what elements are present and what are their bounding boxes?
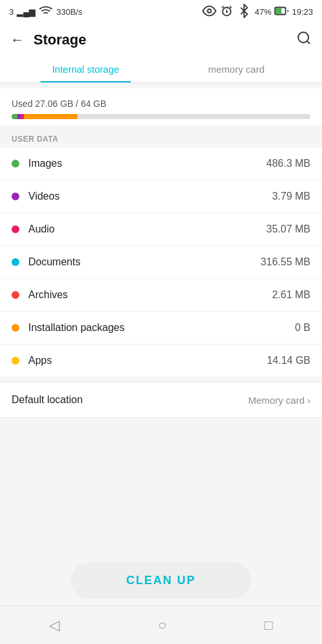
bar-apps [24,114,78,119]
search-button[interactable] [296,30,312,50]
installation-dot [12,324,19,332]
default-location-value: Memory card › [248,395,310,406]
archives-size: 2.61 MB [272,289,310,301]
audio-size: 35.07 MB [267,223,310,235]
installation-label: Installation packages [28,322,295,334]
svg-point-0 [208,9,212,13]
documents-dot [12,258,19,266]
apps-label: Apps [28,355,267,366]
archives-label: Archives [28,289,272,301]
nav-home-button[interactable]: ○ [158,617,166,634]
storage-used-text: Used 27.06 GB / 64 GB [12,99,310,109]
status-bar: 3 ▂▄▆ 330B/s 47% [0,0,322,24]
bluetooth-icon [237,4,251,20]
list-item-videos[interactable]: Videos 3.79 MB [0,180,322,213]
audio-dot [12,225,19,233]
signal-strength: 3 [9,7,14,17]
nav-recent-button[interactable]: □ [265,617,273,634]
page-title: Storage [33,32,86,48]
bar-images [12,114,17,119]
videos-dot [12,193,19,200]
images-dot [12,160,19,167]
header-left: ← Storage [10,32,86,48]
status-right: 47% 19:23 [202,4,313,20]
tab-bar: Internal storage memory card [0,56,322,83]
storage-info-section: Used 27.06 GB / 64 GB [0,88,322,126]
list-item-documents[interactable]: Documents 316.55 MB [0,246,322,279]
wifi-icon [39,4,53,20]
list-item-apps[interactable]: Apps 14.14 GB [0,345,322,377]
battery-icon [274,4,289,20]
signal-bars: ▂▄▆ [17,7,35,17]
archives-dot [12,291,19,299]
svg-rect-6 [276,8,281,14]
default-location-row[interactable]: Default location Memory card › [0,382,322,418]
user-data-section-header: USER DATA [0,126,322,147]
page-header: ← Storage [0,24,322,56]
default-location-label: Default location [12,394,82,406]
status-left: 3 ▂▄▆ 330B/s [9,4,82,20]
cleanup-section: CLEAN UP [0,562,322,599]
installation-size: 0 B [295,322,310,334]
images-size: 486.3 MB [267,158,310,169]
documents-label: Documents [28,256,261,268]
user-data-list: Images 486.3 MB Videos 3.79 MB Audio 35.… [0,147,322,377]
svg-line-8 [307,41,310,44]
back-button[interactable]: ← [10,32,24,48]
videos-size: 3.79 MB [272,191,310,202]
battery-percent: 47% [254,7,271,17]
images-label: Images [28,158,267,169]
videos-label: Videos [28,191,272,202]
apps-dot [12,357,19,365]
svg-line-2 [222,6,224,8]
alarm-icon [220,4,234,20]
audio-label: Audio [28,223,267,235]
storage-bar [12,114,310,119]
apps-size: 14.14 GB [267,355,310,366]
cleanup-button[interactable]: CLEAN UP [71,562,251,599]
list-item-images[interactable]: Images 486.3 MB [0,147,322,180]
svg-line-3 [230,6,232,8]
speed-indicator: 330B/s [56,7,82,17]
svg-point-7 [298,32,308,43]
list-item-archives[interactable]: Archives 2.61 MB [0,279,322,312]
list-item-installation[interactable]: Installation packages 0 B [0,312,322,345]
list-item-audio[interactable]: Audio 35.07 MB [0,213,322,246]
eye-icon [202,4,216,20]
tab-memory-card[interactable]: memory card [161,56,312,82]
bottom-nav: ◁ ○ □ [0,605,322,644]
documents-size: 316.55 MB [261,256,310,268]
time-display: 19:23 [292,7,313,17]
tab-internal-storage[interactable]: Internal storage [10,56,161,82]
chevron-right-icon: › [307,395,310,406]
nav-back-button[interactable]: ◁ [49,617,60,634]
